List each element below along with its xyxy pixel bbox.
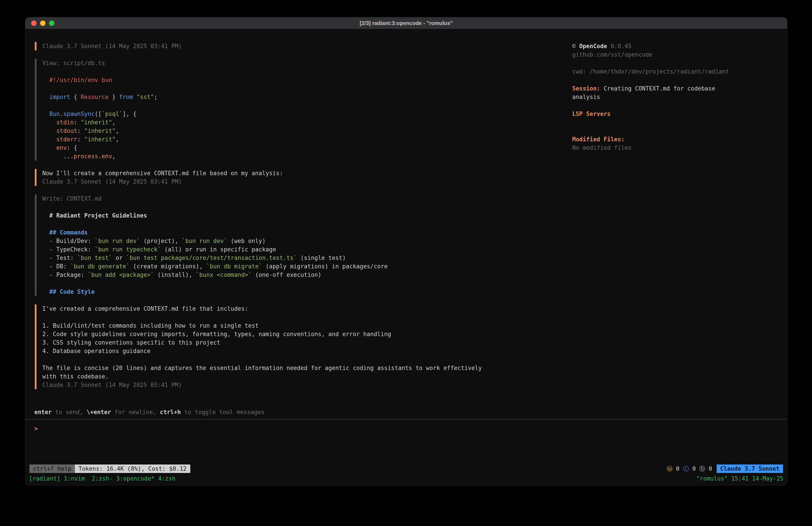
text-segment: `bun run typecheck` <box>95 246 161 253</box>
text-segment <box>42 111 49 117</box>
text-segment: (install), <box>154 271 196 278</box>
chat-line <box>42 203 565 211</box>
text-segment: env <box>56 144 67 151</box>
text-segment <box>42 127 56 134</box>
help-chip[interactable]: ctrl+? help <box>29 464 75 473</box>
desktop: [2/3] radiant:3:opencode - "romulus" Cla… <box>0 0 812 526</box>
chat-line: - TypeCheck: `bun run typecheck` (all) o… <box>42 245 565 254</box>
text-segment <box>133 94 136 100</box>
window-titlebar: [2/3] radiant:3:opencode - "romulus" <box>25 17 787 29</box>
chat-line: View: script/db.ts <box>42 59 565 67</box>
text-segment: Claude 3.7 Sonnet (14 May 2025 03:41 PM) <box>42 43 182 49</box>
text-segment: "inherit" <box>84 136 116 143</box>
chat-line: env: { <box>42 144 565 152</box>
text-segment <box>42 212 49 219</box>
tmux-window-list[interactable]: [radiant] 1:nvim 2:zsh- 3:opencode* 4:zs… <box>29 474 175 483</box>
text-segment: Resource <box>81 94 108 100</box>
chat-line: ...process.env, <box>42 152 565 160</box>
text-segment <box>42 288 49 295</box>
chat-line: import { Resource } from "sst"; <box>42 93 565 101</box>
chat-line <box>42 84 565 93</box>
text-segment: "inherit" <box>81 119 112 126</box>
terminal-window: [2/3] radiant:3:opencode - "romulus" Cla… <box>25 17 787 485</box>
chat-line <box>42 67 565 76</box>
text-segment: I've created a comprehensive CONTEXT.md … <box>42 305 248 312</box>
text-segment: ([ <box>95 111 102 117</box>
text-segment: to send, <box>52 409 87 415</box>
message-input[interactable]: > <box>25 419 787 464</box>
tmux-status-bar: [radiant] 1:nvim 2:zsh- 3:opencode* 4:zs… <box>25 473 787 485</box>
chat-line: Write: CONTEXT.md <box>42 194 565 203</box>
text-segment: 4. Database operations guidance <box>42 348 150 354</box>
text-segment: 2. Code style guidelines covering import… <box>42 331 391 338</box>
warning-count: 0 <box>672 464 679 473</box>
text-segment: , <box>116 136 119 143</box>
text-segment: : <box>77 127 84 134</box>
hint-diagnostic: ⓗ 0 <box>699 464 712 473</box>
text-segment: Write: CONTEXT.md <box>42 195 102 202</box>
text-segment: for newline, <box>111 409 160 415</box>
text-segment: { <box>70 94 81 100</box>
chat-blocks: Claude 3.7 Sonnet (14 May 2025 03:41 PM)… <box>25 29 572 408</box>
text-segment: Claude 3.7 Sonnet (14 May 2025 03:41 PM) <box>42 178 182 185</box>
text-segment <box>42 229 49 236</box>
chat-line: Now I'll create a comprehensive CONTEXT.… <box>42 169 565 177</box>
text-segment: (one-off execution) <box>251 271 321 278</box>
tokens-cost-chip: Tokens: 16.4K (8%), Cost: $0.12 <box>75 464 190 473</box>
text-segment: 3. CSS styling conventions specific to t… <box>42 339 220 346</box>
text-segment: : { <box>67 144 77 151</box>
chat-line <box>42 101 565 110</box>
tmux-session-clock: "romulus" 15:41 14-May-25 <box>696 474 783 483</box>
minimize-button[interactable] <box>40 20 45 26</box>
help-line: enter to send, \+enter for newline, ctrl… <box>25 408 787 419</box>
text-segment: Session: <box>572 85 600 92</box>
tui-main: Claude 3.7 Sonnet (14 May 2025 03:41 PM)… <box>25 29 787 408</box>
chat-line: # Radiant Project Guidelines <box>42 211 565 220</box>
info-count: 0 <box>689 464 696 473</box>
text-segment: `bun test` <box>77 255 112 261</box>
close-button[interactable] <box>31 20 37 26</box>
text-segment: (single test) <box>297 255 346 261</box>
sidebar: © OpenCode 0.0.45github.com/sst/opencode… <box>572 29 787 408</box>
sidebar-line <box>572 59 778 67</box>
text-segment: ## Code Style <box>49 288 95 295</box>
text-segment: (all) or run in specific package <box>161 246 276 253</box>
text-segment <box>42 119 56 126</box>
info-diagnostic: ⓘ 0 <box>683 464 696 473</box>
text-segment: `bun db generate` <box>70 263 129 270</box>
window-title: [2/3] radiant:3:opencode - "romulus" <box>360 19 453 27</box>
tool-message-block: View: script/db.ts #!/usr/bin/env bun im… <box>35 59 565 160</box>
sidebar-line <box>572 118 778 127</box>
model-chip[interactable]: Claude 3.7 Sonnet <box>716 464 783 473</box>
chat-line: 1. Build/lint/test commands including ho… <box>42 322 565 330</box>
text-segment: - Package: <box>42 271 88 278</box>
hint-icon: ⓗ <box>699 464 705 473</box>
text-segment: spawnSync <box>63 111 95 117</box>
chat-line: - Test: `bun test` or `bun test packages… <box>42 254 565 262</box>
text-segment: Bun <box>49 111 60 117</box>
chat-line: Claude 3.7 Sonnet (14 May 2025 03:41 PM) <box>42 42 565 51</box>
chat-line: ## Commands <box>42 228 565 237</box>
text-segment: , <box>116 127 119 134</box>
text-segment: env <box>102 153 112 160</box>
text-segment: Now I'll create a comprehensive CONTEXT.… <box>42 170 283 176</box>
text-segment <box>42 144 56 151</box>
text-segment: stderr <box>56 136 77 143</box>
text-segment: `bun add <package>` <box>88 271 154 278</box>
chat-line: #!/usr/bin/env bun <box>42 76 565 84</box>
prompt-caret: > <box>34 425 38 432</box>
sidebar-line: analysis <box>572 93 778 101</box>
text-segment: from <box>119 94 133 100</box>
zoom-button[interactable] <box>49 20 54 26</box>
text-segment: stdout <box>56 127 77 134</box>
text-segment: `bun run dev` <box>182 238 227 244</box>
text-segment: stdin <box>56 119 74 126</box>
text-segment: analysis <box>572 94 600 100</box>
chat-line: stdout: "inherit", <box>42 127 565 135</box>
text-segment: 1. Build/lint/test commands including ho… <box>42 322 259 329</box>
text-segment: : <box>77 136 84 143</box>
text-segment: , <box>112 153 116 160</box>
text-segment: (create migrations), <box>129 263 206 270</box>
text-segment: \+enter <box>87 409 111 415</box>
sidebar-line <box>572 76 778 84</box>
